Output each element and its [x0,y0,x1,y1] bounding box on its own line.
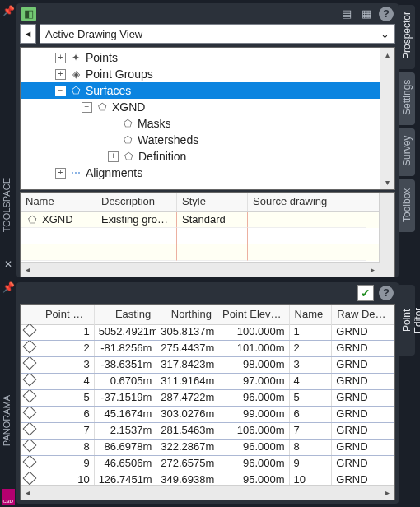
cell-name: 1 [290,324,333,340]
table-row[interactable] [21,228,394,244]
point-icon [23,390,37,402]
surface-icon: ⬠ [26,213,39,226]
tab-prospector[interactable]: Prospector [399,5,415,69]
column-name[interactable]: Name [21,193,96,211]
settings-icon[interactable]: ▤ [339,7,354,21]
column-icon[interactable] [21,305,40,324]
cell-point-number: 9 [40,456,95,472]
table-row[interactable]: 40.6705m311.9164m97.000m4GRND [21,374,394,390]
table-row[interactable]: 3-38.6351m317.8423m98.000m3GRND [21,357,394,374]
collapse-icon[interactable]: − [82,102,92,113]
column-raw-description[interactable]: Raw Descripti... [332,305,394,324]
cell-northing: 287.4722m [156,390,217,406]
cell-name: ⬠XGND [21,212,96,228]
help-icon[interactable]: ? [379,286,394,300]
cell-name: 10 [290,472,333,486]
table-row[interactable]: ⬠XGNDExisting ground sStandard [21,212,394,228]
tree-scrollbar[interactable]: ▴ ▾ [380,48,394,189]
point-icon [23,456,37,468]
scroll-left-icon[interactable]: ◂ [21,263,35,277]
point-icon [23,374,37,386]
tab-toolbox[interactable]: Toolbox [399,179,415,232]
cell-raw-description: GRND [332,390,394,406]
tree-item-masks[interactable]: ⬠ Masks [21,115,394,132]
tree-item-alignments[interactable]: + ⋯ Alignments [21,165,394,181]
cell-name [21,228,96,244]
table-row[interactable]: 946.6506m272.6575m96.000m9GRND [21,456,394,472]
cell-northing: 305.8137m [156,324,217,340]
scroll-right-icon[interactable]: ▸ [380,486,394,500]
column-style[interactable]: Style [177,193,248,211]
tree-item-points[interactable]: + ✦ Points [21,49,394,66]
tree-item-surfaces[interactable]: − ⬠ Surfaces [21,82,380,99]
pin-icon[interactable]: 📌 [1,280,16,295]
tree-item-definition[interactable]: + ⬠ Definition [21,148,394,165]
tree-item-watersheds[interactable]: ⬠ Watersheds [21,132,394,148]
expand-icon[interactable]: + [55,53,66,63]
grid-hscrollbar[interactable]: ◂ ▸ [21,262,380,277]
apply-button[interactable]: ✓ [357,285,374,301]
table-row[interactable]: 886.6978m322.2867m96.000m8GRND [21,440,394,456]
tree-item-xgnd[interactable]: − ⬠ XGND [21,99,394,115]
scroll-left-icon[interactable]: ◂ [21,486,35,500]
tab-survey[interactable]: Survey [399,128,415,176]
cell-point-elevation: 96.000m [217,390,290,406]
view-dropdown[interactable]: Active Drawing View ⌄ [40,24,395,44]
cell-point-number: 1 [40,324,95,340]
cell-description [96,244,177,261]
point-icon [23,440,37,452]
cell-icon [21,407,40,422]
column-northing[interactable]: Northing [156,305,217,324]
column-name[interactable]: Name [290,305,333,324]
cell-icon [21,390,40,406]
point-icon [23,341,37,353]
back-button[interactable]: ◄ [20,24,36,44]
cell-easting: -37.1519m [95,390,157,406]
grid-icon[interactable]: ▦ [359,7,374,21]
table-row[interactable]: 2-81.8256m275.4437m101.000m2GRND [21,341,394,357]
tab-point-editor[interactable]: Point Editor [399,285,415,356]
cell-northing: 322.2867m [156,440,217,455]
pin-icon[interactable]: 📌 [1,3,16,18]
cell-name: 2 [290,341,333,356]
tree-label: Point Groups [86,67,153,81]
scroll-up-icon[interactable]: ▴ [380,48,394,62]
expand-icon[interactable]: + [55,69,66,80]
cell-raw-description: GRND [332,472,394,486]
column-point-elevation[interactable]: Point Elevati... [217,305,290,324]
scroll-right-icon[interactable]: ▸ [366,263,380,277]
close-icon[interactable]: ✕ [1,257,16,272]
table-row[interactable]: 15052.4921m305.8137m100.000m1GRND [21,324,394,341]
point-icon [23,472,37,485]
grid-vscrollbar[interactable] [379,193,394,277]
cell-name: 6 [290,407,333,422]
point-icon: ✦ [69,51,82,64]
alignment-icon: ⋯ [69,166,82,179]
tab-settings[interactable]: Settings [399,72,415,125]
expand-icon[interactable]: + [108,151,119,162]
cell-point-elevation: 101.000m [217,341,290,356]
table-row[interactable]: 72.1537m281.5463m106.000m7GRND [21,423,394,440]
column-easting[interactable]: Easting [95,305,157,324]
help-icon[interactable]: ? [379,7,394,21]
table-row[interactable] [21,244,394,261]
point-grid-hscrollbar[interactable]: ◂ ▸ [21,485,394,500]
cell-easting: -81.8256m [95,341,157,356]
collapse-icon[interactable]: − [55,86,66,96]
column-point-number[interactable]: Point Nu... [40,305,95,324]
surface-icon: ⬠ [69,84,82,97]
table-row[interactable]: 645.1674m303.0276m99.000m6GRND [21,407,394,423]
cell-northing: 281.5463m [156,423,217,439]
column-description[interactable]: Description [96,193,177,211]
table-row[interactable]: 5-37.1519m287.4722m96.000m5GRND [21,390,394,407]
tree-item-point-groups[interactable]: + ◈ Point Groups [21,66,394,82]
cell-name [21,244,96,261]
scroll-down-icon[interactable]: ▾ [380,175,394,189]
cell-icon [21,440,40,455]
table-row[interactable]: 10126.7451m349.6938m95.000m10GRND [21,472,394,486]
cell-point-elevation: 97.000m [217,374,290,389]
tree-icon[interactable]: ◧ [21,7,36,21]
column-source-drawing[interactable]: Source drawing [248,193,366,211]
cell-point-elevation: 106.000m [217,423,290,439]
expand-icon[interactable]: + [55,168,66,179]
